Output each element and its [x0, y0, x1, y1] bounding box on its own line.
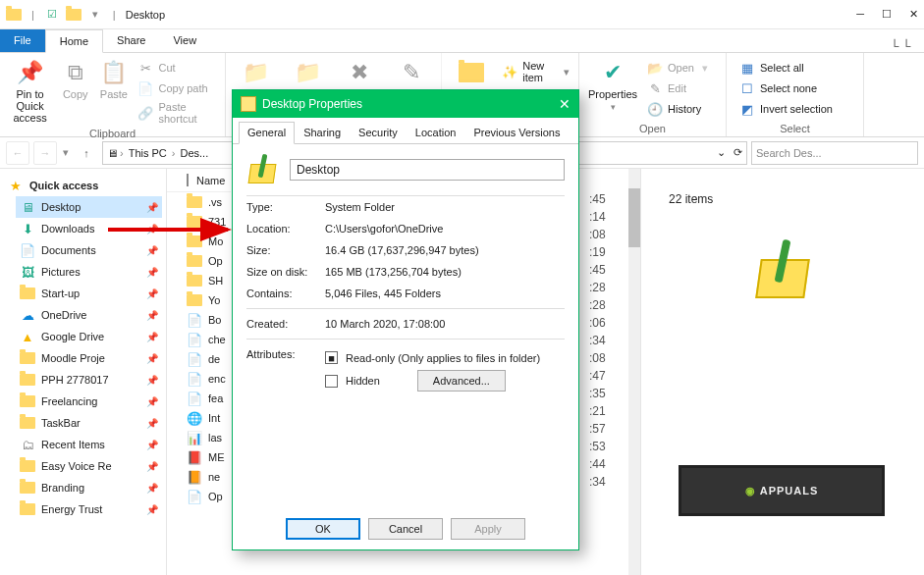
paste-button[interactable]: 📋 Paste	[96, 57, 131, 100]
maximize-button[interactable]: ☐	[882, 8, 892, 21]
list-item[interactable]: Op	[167, 251, 231, 271]
tab-previous-versions[interactable]: Previous Versions	[464, 122, 569, 143]
tab-sharing[interactable]: Sharing	[295, 122, 350, 143]
tab-location[interactable]: Location	[407, 122, 465, 143]
group-select: Select	[733, 121, 857, 134]
open-button[interactable]: 📂Open▾	[644, 59, 711, 77]
close-button[interactable]: ✕	[909, 8, 918, 21]
qat-newfolder-icon[interactable]	[66, 7, 82, 23]
list-item[interactable]: SH	[167, 271, 231, 290]
cut-button[interactable]: ✂Cut	[135, 59, 219, 77]
advanced-button[interactable]: Advanced...	[417, 370, 506, 392]
nav-desktop[interactable]: 🖥Desktop📌	[16, 196, 162, 218]
nav-freelancing[interactable]: Freelancing📌	[16, 391, 162, 412]
nav-quick-access[interactable]: ★Quick access	[4, 175, 162, 196]
readonly-checkbox[interactable]: ■	[325, 351, 338, 364]
cancel-button[interactable]: Cancel	[368, 518, 443, 540]
list-item[interactable]: Mo	[167, 232, 231, 251]
dialog-tabs: General Sharing Security Location Previo…	[233, 118, 578, 144]
list-item[interactable]: Yo	[167, 290, 231, 310]
tab-view[interactable]: View	[159, 29, 210, 52]
hidden-checkbox[interactable]	[325, 375, 338, 388]
paste-shortcut-button[interactable]: 🔗Paste shortcut	[135, 100, 219, 126]
nav-recent[interactable]: 🗂Recent Items📌	[16, 434, 162, 455]
forward-button[interactable]: →	[33, 141, 57, 165]
list-item[interactable]: 🌐Int	[167, 408, 231, 428]
apply-button[interactable]: Apply	[451, 518, 525, 540]
invert-selection-button[interactable]: ◩Invert selection	[736, 100, 836, 118]
nav-branding[interactable]: Branding📌	[16, 477, 162, 498]
tab-general[interactable]: General	[239, 122, 295, 144]
list-item[interactable]: 📄Op	[167, 487, 231, 506]
list-item[interactable]: 731	[167, 212, 231, 232]
nav-onedrive[interactable]: ☁OneDrive📌	[16, 304, 162, 326]
list-item[interactable]: 📄che	[167, 330, 231, 349]
col-name[interactable]: Name	[196, 175, 225, 186]
copy-icon: ⧉	[62, 59, 89, 86]
recent-locations-icon[interactable]: ▾	[61, 146, 71, 159]
download-icon: ⬇	[20, 221, 35, 236]
nav-gdrive[interactable]: ▲Google Drive📌	[16, 326, 162, 347]
nav-pph[interactable]: PPH 2778017📌	[16, 369, 162, 391]
ok-button[interactable]: OK	[286, 518, 360, 540]
delete-button[interactable]: ✖	[336, 57, 384, 86]
list-item[interactable]: 📙ne	[167, 467, 231, 487]
tab-share[interactable]: Share	[103, 29, 159, 52]
select-all-button[interactable]: ▦Select all	[736, 59, 836, 77]
ribbon-tabs: File Home Share View ＬＬ	[0, 29, 924, 53]
prop-size: 16.4 GB (17,637,296,947 bytes)	[325, 244, 565, 256]
prop-location: C:\Users\gofor\OneDrive	[325, 223, 565, 235]
new-item-button[interactable]: ✨New item▾	[499, 59, 572, 84]
nav-easyvoice[interactable]: Easy Voice Re📌	[16, 455, 162, 477]
qat-properties-icon[interactable]: ☑	[44, 7, 60, 23]
select-all-checkbox[interactable]	[187, 174, 189, 186]
list-item[interactable]: 📄de	[167, 349, 231, 369]
window-titlebar: | ☑ ▾ | Desktop ─ ☐ ✕	[0, 0, 924, 29]
move-to-button[interactable]: 📁	[232, 57, 280, 86]
pin-quick-access-button[interactable]: 📌 Pin to Quick access	[6, 57, 54, 124]
edit-button[interactable]: ✎Edit	[644, 79, 711, 97]
list-item[interactable]: 📄fea	[167, 389, 231, 408]
history-button[interactable]: 🕘History	[644, 100, 711, 118]
copy-button[interactable]: ⧉ Copy	[58, 57, 92, 100]
nav-taskbar[interactable]: TaskBar📌	[16, 412, 162, 434]
nav-energy[interactable]: Energy Trust📌	[16, 498, 162, 520]
copy-to-button[interactable]: 📁	[284, 57, 332, 86]
qat-dropdown-icon[interactable]: ▾	[87, 7, 103, 23]
nav-documents[interactable]: 📄Documents📌	[16, 239, 162, 261]
dropdown-icon[interactable]: ⌄	[717, 146, 726, 159]
copy-path-button[interactable]: 📄Copy path	[135, 79, 219, 97]
search-input[interactable]: Search Des...	[751, 141, 918, 165]
nav-moodle[interactable]: Moodle Proje📌	[16, 347, 162, 369]
watermark: ◉APPUALS	[679, 465, 885, 516]
nav-downloads[interactable]: ⬇Downloads📌	[16, 218, 162, 239]
tab-home[interactable]: Home	[45, 29, 103, 53]
dialog-close-button[interactable]: ✕	[559, 96, 571, 112]
minimize-button[interactable]: ─	[856, 8, 864, 21]
checkmark-icon: ✔	[599, 59, 626, 86]
dialog-titlebar[interactable]: Desktop Properties ✕	[233, 90, 578, 118]
nav-startup[interactable]: Start-up📌	[16, 283, 162, 304]
nav-pictures[interactable]: 🖼Pictures📌	[16, 261, 162, 283]
tab-security[interactable]: Security	[350, 122, 407, 143]
list-item[interactable]: 📕ME	[167, 447, 231, 467]
properties-button[interactable]: ✔ Properties ▾	[585, 57, 640, 112]
open-icon: 📂	[647, 60, 663, 76]
collapse-ribbon-icon[interactable]: ＬＬ	[881, 29, 924, 52]
folder-name-field[interactable]	[290, 159, 565, 181]
list-item[interactable]: .vs	[167, 192, 231, 212]
select-none-button[interactable]: ☐Select none	[736, 79, 836, 97]
refresh-icon[interactable]: ⟳	[734, 146, 742, 159]
group-open: Open	[585, 121, 720, 134]
tab-file[interactable]: File	[0, 29, 45, 52]
back-button[interactable]: ←	[6, 141, 29, 165]
list-item[interactable]: 📄enc	[167, 369, 231, 389]
rename-button[interactable]: ✎	[387, 57, 435, 86]
copy-path-icon: 📄	[137, 80, 153, 96]
select-all-icon: ▦	[739, 60, 755, 76]
list-item[interactable]: 📊las	[167, 428, 231, 447]
list-item[interactable]: 📄Bo	[167, 310, 231, 330]
scrollbar[interactable]	[628, 169, 640, 575]
new-folder-button[interactable]	[448, 57, 495, 86]
up-button[interactable]: ↑	[75, 141, 98, 165]
